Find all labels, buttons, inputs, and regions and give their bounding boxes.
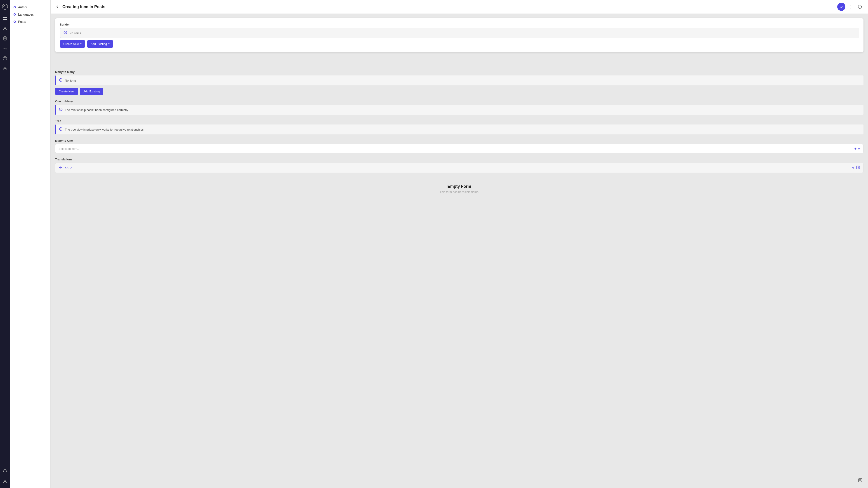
sidebar-item-languages[interactable]: Languages <box>10 11 51 18</box>
many-to-many-btn-row: Create New Add Existing <box>55 88 864 95</box>
many-to-one-label: Many to One <box>55 139 864 142</box>
back-button[interactable] <box>55 4 60 9</box>
sidebar-item-posts[interactable]: Posts <box>10 18 51 25</box>
main-content: Creating Item in Posts ⋮ Builder <box>51 0 868 488</box>
many-to-many-create-new-label: Create New <box>59 90 74 93</box>
profile-nav-icon[interactable] <box>1 477 9 485</box>
many-to-one-placeholder: Select an item... <box>59 147 80 151</box>
activity-nav-icon[interactable] <box>1 44 9 53</box>
builder-no-items-text: No items <box>69 31 81 35</box>
svg-rect-21 <box>858 166 860 167</box>
svg-rect-1 <box>5 17 7 18</box>
svg-rect-3 <box>5 19 7 20</box>
bottom-right-icon[interactable] <box>856 476 864 484</box>
many-to-one-plus-icon[interactable]: + <box>855 147 857 151</box>
svg-point-11 <box>860 6 860 6</box>
builder-section-label: Builder <box>60 23 859 26</box>
one-to-many-label: One to Many <box>55 100 864 103</box>
translation-actions: ∨ <box>852 165 860 170</box>
builder-create-new-label: Create New <box>63 42 79 46</box>
files-nav-icon[interactable] <box>1 34 9 42</box>
form-area: Builder No items Create New ▾ Add E <box>51 14 868 488</box>
many-to-one-chevron-icon[interactable]: ∨ <box>858 147 860 151</box>
builder-create-new-button[interactable]: Create New ▾ <box>60 40 85 48</box>
svg-point-13 <box>65 32 66 32</box>
builder-add-existing-label: Add Existing <box>91 42 107 46</box>
translation-lang-code: ar-SA <box>65 166 850 170</box>
builder-btn-row: Create New ▾ Add Existing ▾ <box>60 40 859 48</box>
header-actions: ⋮ <box>837 3 864 11</box>
many-to-many-info-icon <box>59 78 63 83</box>
users-nav-icon[interactable] <box>1 24 9 33</box>
info-button[interactable] <box>856 3 864 10</box>
builder-card: Builder No items Create New ▾ Add E <box>55 18 864 52</box>
many-to-one-select[interactable]: Select an item... + ∨ <box>55 144 864 153</box>
builder-add-existing-button[interactable]: Add Existing ▾ <box>87 40 113 48</box>
translation-lang-icon <box>59 165 63 170</box>
nav-panel: Author Languages Posts <box>10 0 51 488</box>
builder-create-new-chevron: ▾ <box>80 42 82 45</box>
page-title: Creating Item in Posts <box>62 4 835 9</box>
many-to-many-no-items-text: No items <box>65 79 76 82</box>
notifications-nav-icon[interactable] <box>1 467 9 475</box>
svg-point-8 <box>4 68 6 69</box>
one-to-many-section: One to Many The relationship hasn't been… <box>55 100 864 115</box>
svg-point-7 <box>5 59 5 59</box>
app-logo[interactable] <box>1 3 9 11</box>
more-menu-button[interactable]: ⋮ <box>847 3 855 10</box>
builder-add-existing-chevron: ▾ <box>108 42 110 45</box>
svg-rect-20 <box>857 166 858 169</box>
sidebar-item-author-label: Author <box>18 5 27 9</box>
many-to-many-create-new-button[interactable]: Create New <box>55 88 78 95</box>
sidebar-item-author[interactable]: Author <box>10 4 51 11</box>
sidebar-item-posts-label: Posts <box>18 20 26 24</box>
many-to-many-section: Many to Many No items Create New <box>55 70 864 95</box>
tree-message-text: The tree view interface only works for r… <box>65 128 145 131</box>
settings-nav-icon[interactable] <box>1 64 9 72</box>
tree-message-box: The tree view interface only works for r… <box>55 125 864 134</box>
builder-info-icon <box>64 31 67 35</box>
many-to-many-add-existing-button[interactable]: Add Existing <box>80 88 103 95</box>
content-nav-icon[interactable] <box>1 14 9 23</box>
svg-point-19 <box>61 128 61 129</box>
save-button[interactable] <box>837 3 845 11</box>
many-to-many-add-existing-label: Add Existing <box>84 90 100 93</box>
svg-point-15 <box>61 79 61 80</box>
one-to-many-info-icon <box>59 107 63 112</box>
one-to-many-message-text: The relationship hasn't been configured … <box>65 108 128 111</box>
translations-section: Translations ar-SA ∨ <box>55 158 864 173</box>
translation-ar-sa-row[interactable]: ar-SA ∨ <box>55 163 864 173</box>
empty-form-title: Empty Form <box>60 184 859 189</box>
translations-label: Translations <box>55 158 864 161</box>
translation-chevron-icon[interactable]: ∨ <box>852 166 854 170</box>
help-nav-icon[interactable] <box>1 54 9 62</box>
nav-dot-posts <box>13 21 16 23</box>
svg-rect-2 <box>3 19 5 20</box>
svg-rect-22 <box>858 168 860 169</box>
page-header: Creating Item in Posts ⋮ <box>51 0 868 14</box>
nav-dot-languages <box>13 13 16 15</box>
tree-section: Tree The tree view interface only works … <box>55 119 864 134</box>
empty-form-subtitle: This form has no visible fields. <box>60 190 859 194</box>
builder-no-items-box: No items <box>60 28 859 38</box>
many-to-one-select-actions: + ∨ <box>855 147 860 151</box>
many-to-many-no-items-box: No items <box>55 75 864 86</box>
svg-rect-0 <box>3 17 5 18</box>
sidebar-bottom <box>1 467 9 485</box>
tree-label: Tree <box>55 119 864 123</box>
left-sidebar <box>0 0 10 488</box>
many-to-many-label: Many to Many <box>55 70 864 74</box>
nav-dot-author <box>13 6 16 8</box>
one-to-many-message-box: The relationship hasn't been configured … <box>55 105 864 115</box>
svg-point-17 <box>61 109 61 109</box>
tree-info-icon <box>59 127 63 132</box>
translation-layout-icon[interactable] <box>856 165 860 170</box>
sidebar-item-languages-label: Languages <box>18 13 34 16</box>
many-to-one-section: Many to One Select an item... + ∨ <box>55 139 864 153</box>
empty-form-section: Empty Form This form has no visible fiel… <box>55 177 864 200</box>
